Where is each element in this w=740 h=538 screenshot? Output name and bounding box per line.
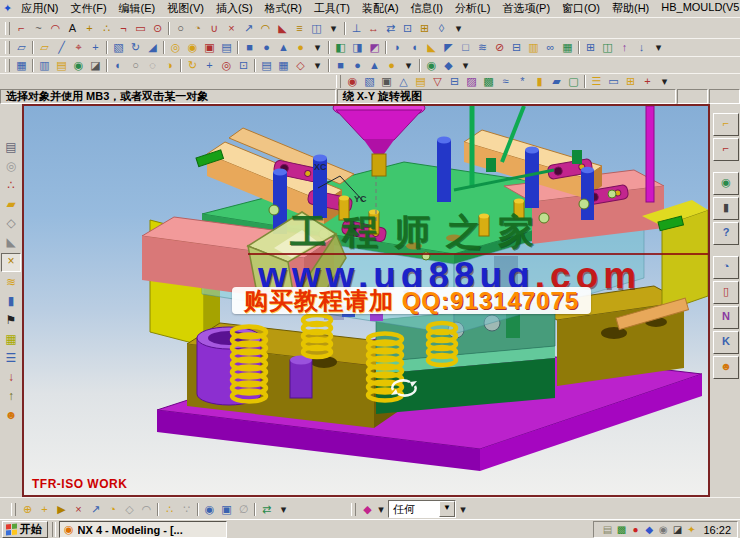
import-down-icon[interactable]: ↓ xyxy=(2,369,20,386)
fit-view-icon[interactable]: ⊡ xyxy=(235,58,252,73)
people-panel-icon[interactable]: ☻ xyxy=(713,356,739,379)
layer-dropdown-icon[interactable]: ▾ xyxy=(457,58,474,73)
menu-edit[interactable]: 编辑(E) xyxy=(113,0,162,17)
datum-axis-icon[interactable]: ╱ xyxy=(53,40,70,55)
quick-trim-icon[interactable]: × xyxy=(223,21,240,36)
menu-preferences[interactable]: 首选项(P) xyxy=(496,0,556,17)
menu-assemblies[interactable]: 装配(A) xyxy=(356,0,405,17)
mirror-body-icon[interactable]: ◫ xyxy=(599,40,616,55)
curve-dropdown-icon[interactable]: ▾ xyxy=(325,21,342,36)
offset-curve-icon[interactable]: ≡ xyxy=(291,21,308,36)
snap-tangent-icon[interactable]: ◠ xyxy=(138,502,155,517)
cone-icon[interactable]: ▲ xyxy=(275,40,292,55)
ellipse-icon[interactable]: ◔ xyxy=(189,21,206,36)
selection-filter-combo[interactable]: 任何 ▼ xyxy=(388,500,456,518)
mold-tools-icon[interactable]: + xyxy=(639,74,656,89)
pocket-icon[interactable]: ▣ xyxy=(201,40,218,55)
tray-volume-icon[interactable]: ◉ xyxy=(656,524,670,535)
point-feature-icon[interactable]: + xyxy=(87,40,104,55)
snap-arc-center-icon[interactable]: ↗ xyxy=(87,502,104,517)
shell-icon[interactable]: □ xyxy=(457,40,474,55)
studio-render-icon[interactable]: ◑ xyxy=(161,58,178,73)
display-cylinder-icon[interactable]: ● xyxy=(349,58,366,73)
toolbar-grip[interactable] xyxy=(336,75,341,88)
parting-tool-icon[interactable]: ⊟ xyxy=(446,74,463,89)
sketch-text-icon[interactable]: A xyxy=(64,21,81,36)
zoom-view-icon[interactable]: ◎ xyxy=(218,58,235,73)
feature-dropdown-icon[interactable]: ▾ xyxy=(650,40,667,55)
standard-parts-icon[interactable]: ▰ xyxy=(548,74,565,89)
tray-dog-icon[interactable]: ◪ xyxy=(670,524,684,535)
sketch-circle-center-icon[interactable]: ⊙ xyxy=(149,21,166,36)
face-blend-icon[interactable]: ◖ xyxy=(406,40,423,55)
graphics-viewport[interactable]: XC YC 工程师之家 www.ug88ug.com 购买教程请加 QQ:913… xyxy=(22,104,710,497)
fillet-icon[interactable]: ◠ xyxy=(257,21,274,36)
display-cone-icon[interactable]: ▲ xyxy=(366,58,383,73)
parting-region-icon[interactable]: ▩ xyxy=(480,74,497,89)
curve-analysis-icon[interactable]: K xyxy=(713,331,739,354)
note-doc-icon[interactable]: ▯ xyxy=(713,281,739,304)
subtract-icon[interactable]: ◨ xyxy=(349,40,366,55)
promote-body-icon[interactable]: ↑ xyxy=(616,40,633,55)
auto-dimension-icon[interactable]: ⇄ xyxy=(382,21,399,36)
unite-icon[interactable]: ◧ xyxy=(332,40,349,55)
combo-dropdown-icon[interactable]: ▼ xyxy=(439,501,455,517)
sketch-point-set-icon[interactable]: ∴ xyxy=(98,21,115,36)
menu-information[interactable]: 信息(I) xyxy=(405,0,449,17)
dimension-icon[interactable]: ↔ xyxy=(365,21,382,36)
patch-icon[interactable]: ▥ xyxy=(525,40,542,55)
instance-feature-icon[interactable]: ⊞ xyxy=(582,40,599,55)
snap-point-on-curve-icon[interactable]: ∴ xyxy=(161,502,178,517)
pad-icon[interactable]: ▤ xyxy=(218,40,235,55)
fit-sketch-icon[interactable]: ◊ xyxy=(433,21,450,36)
assembly-navigator-icon[interactable]: ▤ xyxy=(2,139,20,156)
bookmark-icon[interactable]: ▮ xyxy=(2,293,20,310)
parting-surface-icon[interactable]: ▨ xyxy=(463,74,480,89)
chamfer-icon[interactable]: ◣ xyxy=(274,21,291,36)
web-page-icon[interactable]: ◉ xyxy=(713,172,739,195)
toolbar-grip[interactable] xyxy=(5,41,10,54)
export-up-icon[interactable]: ↑ xyxy=(2,388,20,405)
constraint-icon[interactable]: ⊥ xyxy=(348,21,365,36)
rotate-view-icon[interactable]: ↻ xyxy=(184,58,201,73)
history-palette-icon[interactable]: ◣ xyxy=(2,234,20,251)
help-book-icon[interactable]: ▤ xyxy=(53,58,70,73)
reference-icon[interactable]: ⊡ xyxy=(399,21,416,36)
mold-drawing-icon[interactable]: ▭ xyxy=(605,74,622,89)
draft-icon[interactable]: ◤ xyxy=(440,40,457,55)
datum-plane-icon[interactable]: ▱ xyxy=(36,40,53,55)
snap-clip-icon[interactable]: ∅ xyxy=(235,502,252,517)
start-button[interactable]: 开始 xyxy=(2,521,48,538)
trim-mold-icon[interactable]: ▽ xyxy=(429,74,446,89)
drafted-extrude-icon[interactable]: ◢ xyxy=(144,40,161,55)
snap-shield-icon[interactable]: ▣ xyxy=(218,502,235,517)
toolbar-grip[interactable] xyxy=(5,22,10,35)
extract-body-icon[interactable]: ↓ xyxy=(633,40,650,55)
part-navigator-book-icon[interactable]: ▥ xyxy=(36,58,53,73)
display-dropdown-icon[interactable]: ▾ xyxy=(400,58,417,73)
menu-help[interactable]: 帮助(H) xyxy=(606,0,655,17)
isometric-view-icon[interactable]: ◇ xyxy=(292,58,309,73)
menu-format[interactable]: 格式(R) xyxy=(259,0,308,17)
tray-network-icon[interactable]: ◆ xyxy=(642,524,656,535)
split-body-icon[interactable]: ⊟ xyxy=(508,40,525,55)
wireframe-display-icon[interactable]: ○ xyxy=(127,58,144,73)
materials-rainbow-icon[interactable]: N xyxy=(713,306,739,329)
menu-tools[interactable]: 工具(T) xyxy=(308,0,356,17)
tray-green-app-icon[interactable]: ▩ xyxy=(614,524,628,535)
menu-hb-mould[interactable]: HB_MOULD(V5.5) xyxy=(655,0,740,17)
mold-wizard-icon[interactable]: ◉ xyxy=(344,74,361,89)
snap-midpoint-icon[interactable]: + xyxy=(36,502,53,517)
primitive-dropdown-icon[interactable]: ▾ xyxy=(309,40,326,55)
mirror-curve-icon[interactable]: ◫ xyxy=(308,21,325,36)
display-sphere-icon[interactable]: ● xyxy=(383,58,400,73)
extrude-icon[interactable]: ▧ xyxy=(110,40,127,55)
customize-tools-icon[interactable]: × xyxy=(1,253,21,272)
sketch-spline-icon[interactable]: ~ xyxy=(30,21,47,36)
tray-star-icon[interactable]: ✦ xyxy=(684,524,698,535)
hole-table-icon[interactable]: ⊞ xyxy=(622,74,639,89)
view-dropdown-icon[interactable]: ▾ xyxy=(309,58,326,73)
list-stack-icon[interactable]: ☰ xyxy=(2,350,20,367)
conic-icon[interactable]: ∪ xyxy=(206,21,223,36)
menu-file[interactable]: 文件(F) xyxy=(65,0,113,17)
